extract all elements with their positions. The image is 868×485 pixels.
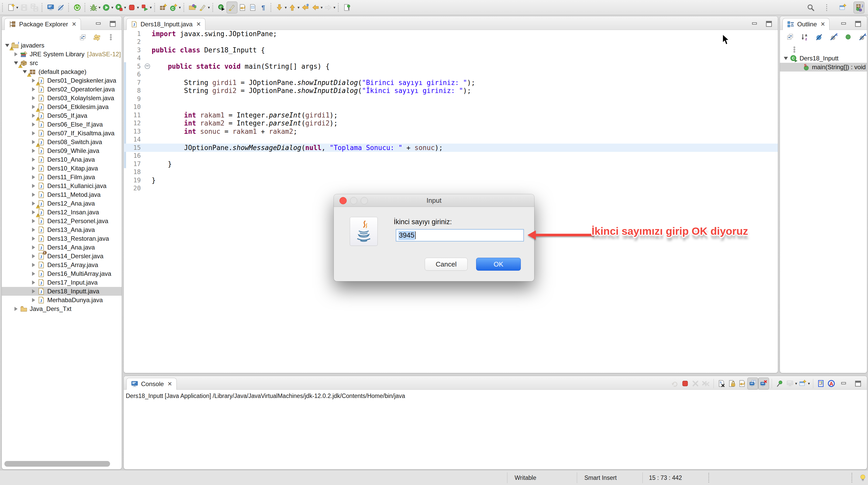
code-line[interactable]: 7 String girdi1 = JOptionPane.showInputD… bbox=[124, 78, 778, 87]
tree-item[interactable]: J!Ders04_Etkilesim.java bbox=[2, 102, 122, 111]
next-annotation-icon[interactable] bbox=[274, 2, 285, 13]
open-perspective-icon[interactable] bbox=[838, 2, 848, 13]
collapse-all-icon[interactable] bbox=[785, 31, 796, 43]
disclosure-triangle-icon[interactable] bbox=[30, 193, 37, 197]
code-line[interactable]: 2 bbox=[124, 38, 778, 46]
remove-launch-icon[interactable] bbox=[690, 378, 701, 389]
code-line[interactable]: 13 int sonuc = rakam1 + rakam2; bbox=[124, 127, 778, 136]
coverage-list-icon[interactable] bbox=[816, 378, 826, 389]
tree-item[interactable]: JMerhabaDunya.java bbox=[2, 296, 122, 304]
chevron-down-icon[interactable]: ▾ bbox=[285, 5, 287, 10]
chevron-down-icon[interactable]: ▾ bbox=[179, 5, 181, 10]
tree-item[interactable]: J!Ders01_Degiskenler.java bbox=[2, 76, 122, 85]
hide-fields-icon[interactable] bbox=[814, 31, 824, 43]
tree-item[interactable]: J!Ders12_Insan.java bbox=[2, 208, 122, 217]
tree-item[interactable]: J!Ders05_If.java bbox=[2, 111, 122, 120]
tree-item[interactable]: JDers13_Ana.java bbox=[2, 225, 122, 234]
disclosure-triangle-icon[interactable] bbox=[30, 149, 37, 153]
mark-occurrences-icon[interactable] bbox=[226, 2, 238, 13]
tree-item[interactable]: JDers15_Array.java bbox=[2, 261, 122, 269]
console-restart-icon[interactable] bbox=[670, 378, 680, 389]
open-console-icon[interactable] bbox=[798, 378, 808, 389]
code-line[interactable]: 20 bbox=[124, 184, 778, 193]
word-wrap-icon[interactable] bbox=[238, 2, 248, 13]
chevron-down-icon[interactable]: ▾ bbox=[124, 5, 126, 10]
tab-package-explorer[interactable]: Package Explorer ✕ bbox=[4, 18, 81, 30]
tree-item[interactable]: JDers17_Input.java bbox=[2, 278, 122, 287]
horizontal-scrollbar[interactable] bbox=[4, 461, 118, 467]
tree-item[interactable]: JDers03_KolayIslem.java bbox=[2, 94, 122, 102]
disclosure-triangle-icon[interactable] bbox=[782, 57, 789, 60]
java-perspective-icon[interactable]: J bbox=[854, 2, 864, 13]
remove-all-terminated-icon[interactable] bbox=[701, 378, 711, 389]
tree-item[interactable]: JDers10_Kitap.java bbox=[2, 164, 122, 173]
disclosure-triangle-icon[interactable] bbox=[30, 166, 37, 170]
tree-item[interactable]: JDers10_Ana.java bbox=[2, 155, 122, 164]
tree-item[interactable]: JDers06_Else_If.java bbox=[2, 120, 122, 129]
show-whitespace-icon[interactable]: ¶ bbox=[258, 2, 269, 13]
code-line[interactable]: 1import javax.swing.JOptionPane; bbox=[124, 30, 778, 38]
tree-item[interactable]: JEDers14_Dersler.java bbox=[2, 252, 122, 261]
minimize-button[interactable] bbox=[839, 18, 849, 30]
code-line[interactable]: 12 int rakam2 = Integer.parseInt(girdi2)… bbox=[124, 119, 778, 128]
chevron-down-icon[interactable]: ▾ bbox=[808, 381, 810, 386]
chevron-down-icon[interactable]: ▾ bbox=[99, 5, 101, 10]
close-icon[interactable]: ✕ bbox=[71, 21, 76, 28]
sort-az-icon[interactable]: az bbox=[800, 31, 810, 43]
spring-boot-icon[interactable] bbox=[72, 2, 83, 13]
ok-button[interactable]: OK bbox=[476, 258, 521, 271]
open-console-view-icon[interactable] bbox=[45, 2, 56, 13]
clear-console-icon[interactable] bbox=[716, 378, 727, 389]
disclosure-triangle-icon[interactable] bbox=[30, 298, 37, 302]
code-line[interactable]: 14 bbox=[124, 136, 778, 144]
minimize-button[interactable] bbox=[749, 18, 760, 30]
tree-item[interactable]: JDers16_MultiArray.java bbox=[2, 269, 122, 278]
disclosure-triangle-icon[interactable] bbox=[30, 219, 37, 223]
close-icon[interactable]: ✕ bbox=[196, 21, 201, 28]
tree-item[interactable]: JDers11_Kullanici.java bbox=[2, 182, 122, 190]
cancel-button[interactable]: Cancel bbox=[425, 258, 468, 271]
code-area[interactable]: 1import javax.swing.JOptionPane;23public… bbox=[124, 30, 778, 192]
code-line[interactable]: 11 int rakam1 = Integer.parseInt(girdi1)… bbox=[124, 111, 778, 119]
disclosure-triangle-icon[interactable] bbox=[30, 122, 37, 127]
chevron-down-icon[interactable]: ▾ bbox=[795, 381, 797, 386]
lightbulb-icon[interactable] bbox=[858, 470, 868, 485]
run-icon[interactable] bbox=[101, 2, 111, 13]
show-console-on-output-icon[interactable] bbox=[747, 378, 758, 389]
disclosure-triangle-icon[interactable] bbox=[30, 245, 37, 250]
chevron-down-icon[interactable]: ▾ bbox=[137, 5, 139, 10]
disclosure-triangle-icon[interactable] bbox=[30, 272, 37, 276]
tree-item[interactable]: JDers07_If_Kisaltma.java bbox=[2, 129, 122, 138]
chevron-down-icon[interactable]: ▾ bbox=[111, 5, 114, 10]
disclosure-triangle-icon[interactable] bbox=[30, 131, 37, 135]
code-line[interactable]: 16 bbox=[124, 152, 778, 160]
close-icon[interactable]: ✕ bbox=[167, 381, 172, 387]
skip-all-breakpoints-icon[interactable] bbox=[56, 2, 66, 13]
tree-item[interactable]: J!Ders12_Ana.java bbox=[2, 199, 122, 208]
console-word-wrap-icon[interactable] bbox=[737, 378, 747, 389]
close-icon[interactable]: ✕ bbox=[820, 21, 825, 28]
disclosure-triangle-icon[interactable] bbox=[30, 87, 37, 91]
disclosure-triangle-icon[interactable] bbox=[30, 289, 37, 293]
new-java-package-icon[interactable] bbox=[158, 2, 168, 13]
code-line[interactable]: 8 String girdi2 = JOptionPane.showInputD… bbox=[124, 87, 778, 95]
zoom-traffic-light[interactable] bbox=[361, 197, 368, 204]
tree-item[interactable]: Java_Ders_Txt bbox=[2, 304, 122, 313]
dialog-title-bar[interactable]: Input bbox=[334, 194, 534, 207]
disclosure-triangle-icon[interactable] bbox=[30, 236, 37, 241]
disclosure-triangle-icon[interactable] bbox=[30, 175, 37, 179]
tree-item[interactable]: JDers12_Personel.java bbox=[2, 217, 122, 225]
disclosure-triangle-icon[interactable] bbox=[13, 52, 20, 56]
code-line[interactable]: 9 bbox=[124, 95, 778, 103]
outline-item[interactable]: CDers18_Inputt bbox=[780, 54, 867, 63]
tree-item[interactable]: JDers11_Film.java bbox=[2, 173, 122, 182]
tab-console[interactable]: Console ✕ bbox=[126, 378, 177, 390]
terminate-icon[interactable] bbox=[127, 2, 137, 13]
maximize-button[interactable] bbox=[853, 378, 863, 389]
highlighter-icon[interactable] bbox=[197, 2, 208, 13]
console-terminate-icon[interactable] bbox=[680, 378, 690, 389]
tree-item[interactable]: JRE System Library[JavaSE-12] bbox=[2, 50, 122, 59]
maximize-button[interactable] bbox=[853, 18, 863, 30]
dialog-text-field[interactable]: 3945 bbox=[396, 229, 524, 241]
disclosure-triangle-icon[interactable] bbox=[30, 96, 37, 100]
